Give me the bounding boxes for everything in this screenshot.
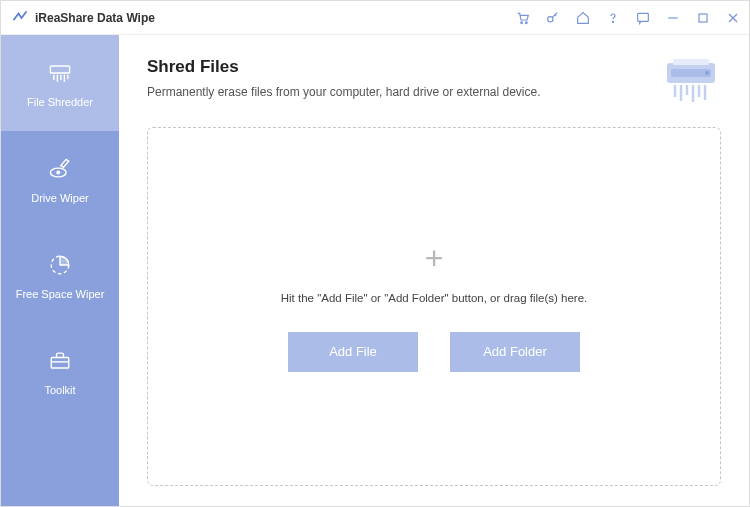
- page-title: Shred Files: [147, 57, 651, 77]
- app-logo-icon: [11, 9, 29, 27]
- feedback-icon[interactable]: [635, 10, 651, 26]
- home-icon[interactable]: [575, 10, 591, 26]
- sidebar-item-label: File Shredder: [27, 96, 93, 108]
- sidebar-item-label: Drive Wiper: [31, 192, 88, 204]
- titlebar: iReaShare Data Wipe: [1, 1, 749, 35]
- plus-icon: +: [425, 242, 444, 274]
- titlebar-actions: [515, 10, 741, 26]
- svg-point-16: [57, 171, 60, 174]
- app-window: iReaShare Data Wipe: [0, 0, 750, 507]
- sidebar-item-file-shredder[interactable]: File Shredder: [1, 35, 119, 131]
- sidebar-item-label: Free Space Wiper: [16, 288, 105, 300]
- close-icon[interactable]: [725, 10, 741, 26]
- shredder-illustration-icon: [661, 57, 721, 107]
- sidebar-item-drive-wiper[interactable]: Drive Wiper: [1, 131, 119, 227]
- maximize-icon[interactable]: [695, 10, 711, 26]
- svg-point-3: [612, 21, 613, 22]
- dropzone[interactable]: + Hit the "Add File" or "Add Folder" but…: [147, 127, 721, 486]
- svg-rect-9: [50, 66, 69, 73]
- svg-rect-4: [638, 13, 649, 21]
- sidebar-item-toolkit[interactable]: Toolkit: [1, 323, 119, 419]
- app-title: iReaShare Data Wipe: [35, 11, 155, 25]
- sidebar-item-free-space-wiper[interactable]: Free Space Wiper: [1, 227, 119, 323]
- minimize-icon[interactable]: [665, 10, 681, 26]
- sidebar: File Shredder Drive Wiper Free Space Wip…: [1, 35, 119, 506]
- add-file-button[interactable]: Add File: [288, 332, 418, 372]
- main-content: Shred Files Permanently erase files from…: [119, 35, 749, 506]
- page-subtitle: Permanently erase files from your comput…: [147, 85, 651, 99]
- shredder-icon: [45, 58, 75, 88]
- svg-point-2: [548, 16, 553, 21]
- svg-rect-18: [51, 358, 69, 369]
- svg-point-23: [705, 71, 709, 75]
- svg-point-0: [521, 21, 523, 23]
- cart-icon[interactable]: [515, 10, 531, 26]
- free-space-icon: [45, 250, 75, 280]
- svg-rect-6: [699, 14, 707, 22]
- help-icon[interactable]: [605, 10, 621, 26]
- sidebar-item-label: Toolkit: [44, 384, 75, 396]
- svg-point-1: [525, 21, 527, 23]
- toolkit-icon: [45, 346, 75, 376]
- dropzone-hint: Hit the "Add File" or "Add Folder" butto…: [281, 292, 588, 304]
- svg-rect-21: [673, 59, 709, 65]
- drive-wiper-icon: [45, 154, 75, 184]
- add-folder-button[interactable]: Add Folder: [450, 332, 580, 372]
- key-icon[interactable]: [545, 10, 561, 26]
